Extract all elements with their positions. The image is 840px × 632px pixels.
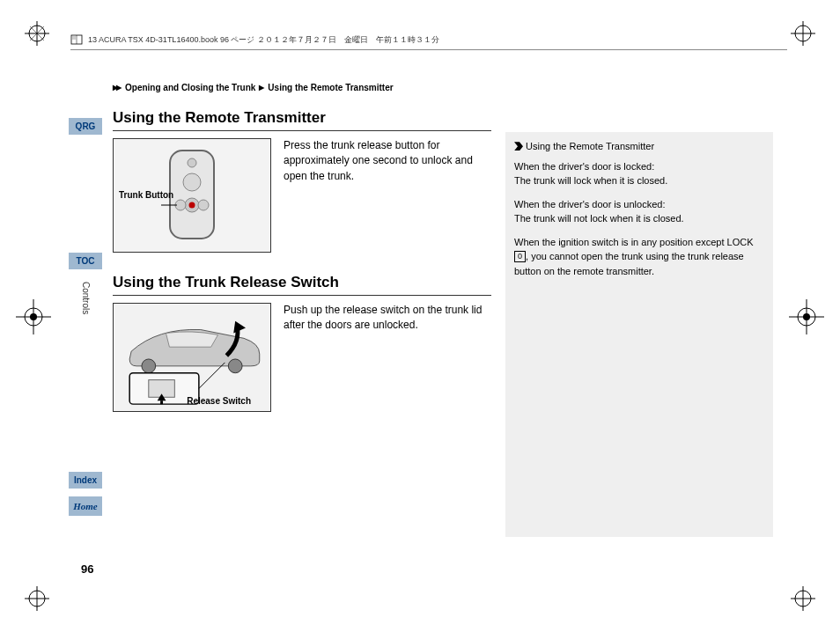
svg-point-30 xyxy=(189,202,195,209)
info-paragraph: When the driver's door is locked: The tr… xyxy=(514,159,764,188)
breadcrumb: ▶▶ Opening and Closing the Trunk ▶ Using… xyxy=(113,83,394,92)
svg-point-29 xyxy=(198,200,209,210)
info-panel-title: Using the Remote Transmitter xyxy=(514,139,764,154)
svg-point-33 xyxy=(142,359,156,373)
figure-remote-transmitter: Trunk Button xyxy=(113,138,271,253)
page-number: 96 xyxy=(81,562,93,576)
svg-point-25 xyxy=(188,158,196,167)
figure-label: Trunk Button xyxy=(119,190,173,200)
chevron-icon xyxy=(514,142,523,151)
figure-label: Release Switch xyxy=(187,396,251,406)
crop-mark-icon xyxy=(25,21,49,46)
breadcrumb-segment: Opening and Closing the Trunk xyxy=(125,83,255,92)
registration-mark-icon xyxy=(16,299,51,334)
info-panel: Using the Remote Transmitter When the dr… xyxy=(505,132,773,537)
controls-label: Controls xyxy=(81,282,91,314)
file-header-text: 13 ACURA TSX 4D-31TL16400.book 96 ページ ２０… xyxy=(88,34,439,46)
section-title: Using the Remote Transmitter xyxy=(113,109,491,131)
breadcrumb-arrow-icon: ▶ xyxy=(259,84,264,92)
book-icon xyxy=(70,33,83,46)
lock-position-badge: 0 xyxy=(514,251,526,262)
qrg-button[interactable]: QRG xyxy=(69,118,102,135)
section-body: Press the trunk release button for appro… xyxy=(284,138,491,184)
info-paragraph: When the driver's door is unlocked: The … xyxy=(514,197,764,226)
section-title: Using the Trunk Release Switch xyxy=(113,274,491,296)
index-button[interactable]: Index xyxy=(69,472,102,489)
svg-point-34 xyxy=(228,359,242,373)
breadcrumb-segment: Using the Remote Transmitter xyxy=(268,83,393,92)
registration-mark-icon xyxy=(789,299,824,334)
breadcrumb-arrow-icon: ▶▶ xyxy=(113,84,120,92)
crop-mark-icon xyxy=(791,586,815,611)
home-button[interactable]: Home xyxy=(69,496,102,516)
file-header: 13 ACURA TSX 4D-31TL16400.book 96 ページ ２０… xyxy=(70,33,770,46)
car-trunk-icon xyxy=(114,304,270,411)
crop-mark-icon xyxy=(25,586,49,611)
section-body: Push up the release switch on the trunk … xyxy=(284,303,491,334)
svg-point-26 xyxy=(183,173,201,191)
info-paragraph: When the ignition switch is in any posit… xyxy=(514,235,764,279)
header-rule xyxy=(70,49,787,50)
toc-button[interactable]: TOC xyxy=(69,253,102,269)
figure-trunk-release: Release Switch xyxy=(113,303,271,412)
crop-mark-icon xyxy=(791,21,815,46)
home-label: Home xyxy=(73,501,98,511)
